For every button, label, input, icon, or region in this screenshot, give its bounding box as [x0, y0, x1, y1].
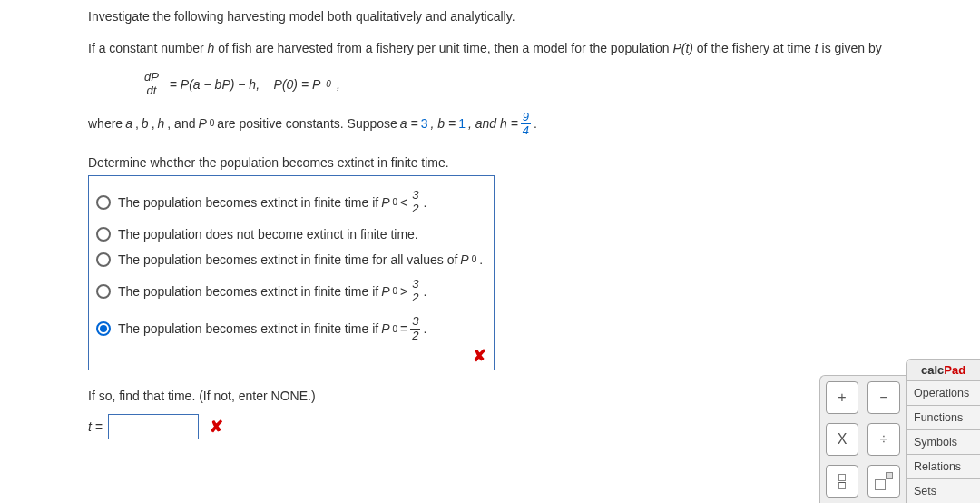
calcpad-sidepanel: calcPad Operations Functions Symbols Rel… — [906, 359, 980, 503]
fraction-button[interactable] — [826, 465, 858, 498]
radio-icon — [96, 195, 111, 210]
option-1[interactable]: The population becomes extinct in finite… — [94, 183, 488, 222]
exponent-button[interactable] — [867, 465, 900, 498]
calcpad-title: calcPad — [906, 360, 980, 380]
question-text: Determine whether the population becomes… — [88, 155, 971, 170]
equation: dP dt = P(a − bP) − h, P(0) = P0, — [142, 71, 971, 98]
radio-icon — [96, 227, 111, 242]
radio-icon — [96, 252, 111, 267]
divide-button[interactable]: ÷ — [867, 423, 900, 456]
setup-text: If a constant number h of fish are harve… — [88, 39, 971, 58]
calcpad-relations[interactable]: Relations — [906, 454, 980, 478]
calcpad-buttons: + − X ÷ — [819, 375, 906, 503]
option-4[interactable]: The population becomes extinct in finite… — [94, 272, 488, 311]
calcpad-functions[interactable]: Functions — [906, 405, 980, 429]
option-2[interactable]: The population does not become extinct i… — [94, 222, 488, 247]
wrong-icon: ✘ — [473, 346, 486, 366]
times-button[interactable]: X — [826, 423, 858, 456]
exponent-icon — [875, 472, 893, 490]
answer-label: t = — [88, 419, 103, 434]
option-3[interactable]: The population becomes extinct in finite… — [94, 247, 488, 272]
calcpad-symbols[interactable]: Symbols — [906, 429, 980, 454]
wrong-icon: ✘ — [210, 417, 223, 437]
options-group: The population becomes extinct in finite… — [88, 175, 495, 370]
calcpad: + − X ÷ calcPad Operations Functions Sym… — [819, 359, 980, 503]
calcpad-sets[interactable]: Sets — [906, 478, 980, 503]
time-input[interactable] — [108, 414, 199, 439]
option-5[interactable]: The population becomes extinct in finite… — [94, 310, 488, 348]
calcpad-operations[interactable]: Operations — [906, 380, 980, 405]
intro-text: Investigate the following harvesting mod… — [88, 7, 971, 26]
where-line: where a, b, h, and P0 are positive const… — [88, 111, 971, 138]
radio-icon — [96, 284, 111, 299]
radio-icon — [96, 321, 111, 336]
minus-button[interactable]: − — [867, 381, 900, 414]
plus-button[interactable]: + — [826, 381, 858, 414]
fraction-icon — [838, 474, 846, 489]
